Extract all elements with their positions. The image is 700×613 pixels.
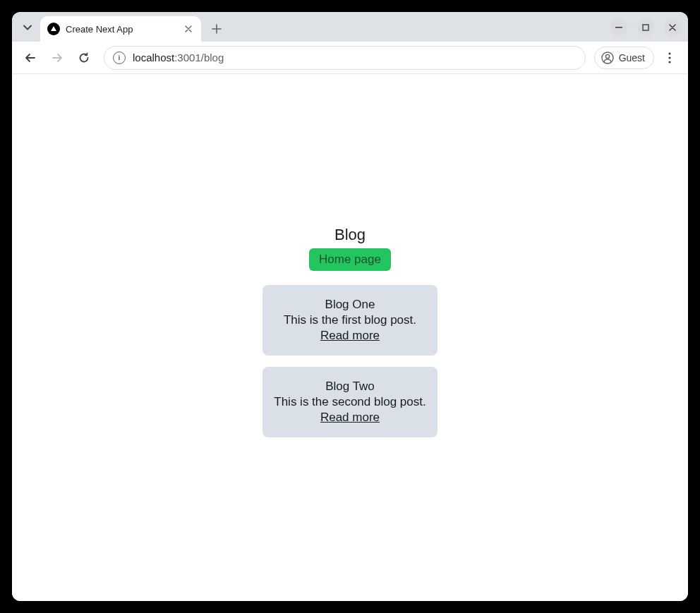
reload-icon bbox=[78, 51, 90, 64]
browser-window: Create Next App bbox=[12, 12, 688, 601]
svg-point-6 bbox=[668, 61, 670, 63]
browser-menu-button[interactable] bbox=[658, 47, 681, 69]
address-bar[interactable]: i localhost:3001/blog bbox=[104, 46, 586, 70]
tab-search-dropdown[interactable] bbox=[18, 18, 37, 37]
home-page-link[interactable]: Home page bbox=[309, 248, 391, 271]
read-more-link[interactable]: Read more bbox=[320, 329, 380, 342]
blog-card: Blog Two This is the second blog post. R… bbox=[262, 367, 438, 437]
page-title: Blog bbox=[334, 226, 366, 244]
maximize-button[interactable] bbox=[637, 19, 654, 36]
close-window-button[interactable] bbox=[664, 19, 681, 36]
svg-point-5 bbox=[668, 56, 670, 59]
svg-rect-1 bbox=[643, 25, 648, 30]
arrow-right-icon bbox=[51, 51, 64, 64]
toolbar: i localhost:3001/blog Guest bbox=[12, 42, 688, 74]
tab-title: Create Next App bbox=[66, 24, 177, 35]
minimize-button[interactable] bbox=[610, 19, 627, 36]
minimize-icon bbox=[615, 27, 622, 28]
blog-card-description: This is the first blog post. bbox=[274, 313, 426, 327]
svg-point-3 bbox=[605, 54, 609, 58]
svg-rect-0 bbox=[615, 27, 622, 28]
tab-bar: Create Next App bbox=[12, 12, 688, 42]
kebab-menu-icon bbox=[668, 52, 671, 63]
guest-icon bbox=[601, 51, 615, 65]
site-info-icon[interactable]: i bbox=[113, 51, 126, 64]
tab-close-button[interactable] bbox=[183, 23, 194, 35]
close-icon bbox=[185, 25, 192, 32]
blog-card-title: Blog Two bbox=[274, 380, 426, 394]
blog-card-description: This is the second blog post. bbox=[274, 395, 426, 409]
url-path: :3001/blog bbox=[174, 51, 224, 63]
maximize-icon bbox=[642, 24, 649, 31]
chevron-down-icon bbox=[23, 25, 32, 30]
svg-point-4 bbox=[668, 52, 670, 54]
plus-icon bbox=[212, 24, 222, 34]
forward-button[interactable] bbox=[46, 47, 68, 69]
blog-card: Blog One This is the first blog post. Re… bbox=[262, 285, 438, 356]
page-content: Blog Home page Blog One This is the firs… bbox=[12, 74, 688, 601]
back-button[interactable] bbox=[19, 47, 42, 69]
window-controls bbox=[610, 19, 681, 36]
blog-card-title: Blog One bbox=[274, 298, 426, 312]
arrow-left-icon bbox=[24, 51, 37, 64]
browser-tab[interactable]: Create Next App bbox=[40, 16, 201, 42]
favicon-nextjs-icon bbox=[47, 23, 60, 35]
read-more-link[interactable]: Read more bbox=[320, 411, 380, 424]
url-host: localhost bbox=[133, 51, 174, 63]
close-icon bbox=[669, 24, 676, 31]
profile-label: Guest bbox=[619, 52, 645, 63]
reload-button[interactable] bbox=[73, 47, 95, 69]
new-tab-button[interactable] bbox=[207, 19, 227, 39]
profile-button[interactable]: Guest bbox=[594, 47, 654, 69]
url-text: localhost:3001/blog bbox=[133, 51, 224, 63]
